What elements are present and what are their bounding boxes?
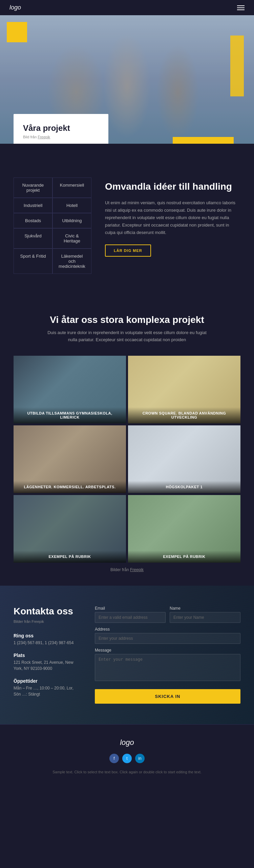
hero-credit-link[interactable]: Freepik: [38, 135, 50, 139]
name-field[interactable]: [170, 612, 240, 623]
form-row-message: Message: [95, 648, 240, 681]
form-row-address: Address: [95, 627, 240, 644]
form-group-email: Email: [95, 606, 166, 623]
contact-section: Kontakta oss Bilder från Freepik Ring os…: [0, 586, 254, 724]
header-logo: logo: [9, 4, 21, 11]
project-overlay-6: EXEMPEL PÅ RUBRIK: [128, 550, 240, 563]
contact-address: 121 Rock Sreet, 21 Avenue, New York, NY …: [14, 659, 81, 672]
name-label: Name: [170, 606, 240, 611]
hamburger-menu[interactable]: [237, 5, 245, 10]
contact-hours: Mån – Fre …, 10:00 – 20:00, Lor, Sön …: …: [14, 685, 81, 697]
project-title-5: EXEMPEL PÅ RUBRIK: [18, 555, 122, 559]
contact-left: Kontakta oss Bilder från Freepik Ring os…: [14, 606, 81, 704]
facebook-icon[interactable]: f: [109, 754, 119, 763]
project-card-6[interactable]: EXEMPEL PÅ RUBRIK: [128, 495, 240, 563]
project-overlay-5: EXEMPEL PÅ RUBRIK: [14, 550, 126, 563]
footer-note: Sample text. Click to select the text bo…: [14, 770, 240, 774]
services-content: Omvandla idéer till handling Ut enim ad …: [105, 178, 240, 274]
yellow-accent-top: [7, 22, 27, 42]
address-field[interactable]: [95, 633, 240, 644]
contact-heading: Kontakta oss: [14, 606, 81, 617]
service-item-sjukvard[interactable]: Sjukvård: [14, 228, 52, 249]
service-item-lakemedel[interactable]: Läkemedel och medicinteknik: [52, 249, 91, 274]
projects-section: Vi åtar oss stora komplexa projekt Duis …: [0, 294, 254, 586]
services-grid-container: Nuvarande projekt Kommersiell Industriel…: [14, 178, 91, 274]
form-row-email-name: Email Name: [95, 606, 240, 623]
project-card-1[interactable]: UTBILDA TILLSAMMANS GYMNASIESKOLA, LIMER…: [14, 356, 126, 423]
message-label: Message: [95, 648, 240, 653]
hero-card: Våra projekt Bild från Freepik LÄR DIG M…: [14, 114, 108, 144]
service-item-nuvarande[interactable]: Nuvarande projekt: [14, 178, 52, 198]
contact-hours-block: Öppettider Mån – Fre …, 10:00 – 20:00, L…: [14, 678, 81, 697]
services-heading: Omvandla idéer till handling: [105, 181, 240, 192]
project-overlay-2: CROWN SQUARE. BLANDAD ANVÄNDNING UTVECKL…: [128, 407, 240, 423]
service-item-utbildning[interactable]: Utbildning: [52, 213, 91, 228]
project-card-2[interactable]: CROWN SQUARE. BLANDAD ANVÄNDNING UTVECKL…: [128, 356, 240, 423]
project-title-6: EXEMPEL PÅ RUBRIK: [132, 555, 236, 559]
service-item-sport[interactable]: Sport & Fritid: [14, 249, 52, 274]
footer-logo: logo: [14, 738, 240, 747]
project-card-5[interactable]: EXEMPEL PÅ RUBRIK: [14, 495, 126, 563]
service-item-civic-heritage[interactable]: Civic & Heritage: [52, 228, 91, 249]
services-cta-button[interactable]: LÄR DIG MER: [105, 244, 151, 257]
project-title-1: UTBILDA TILLSAMMANS GYMNASIESKOLA, LIMER…: [18, 411, 122, 419]
footer: logo f t in Sample text. Click to select…: [0, 724, 254, 781]
address-label: Address: [95, 627, 240, 632]
project-title-4: HÖGSKOLPAKET 1: [132, 485, 236, 489]
email-label: Email: [95, 606, 166, 611]
project-overlay-1: UTBILDA TILLSAMMANS GYMNASIESKOLA, LIMER…: [14, 407, 126, 423]
project-card-3[interactable]: LÄGENHETER. KOMMERSIELL. ARBETSPLATS.: [14, 425, 126, 493]
social-icons: f t in: [14, 754, 240, 763]
hero-image-credit: Bild från Freepik: [23, 135, 98, 139]
contact-address-label: Plats: [14, 653, 81, 658]
hero-yellow-bottom: [173, 137, 234, 144]
services-description: Ut enim ad minim veniam, quis nostrud ex…: [105, 199, 240, 236]
hero-section: Våra projekt Bild från Freepik LÄR DIG M…: [0, 15, 254, 144]
project-title-2: CROWN SQUARE. BLANDAD ANVÄNDNING UTVECKL…: [132, 411, 236, 419]
projects-heading: Vi åtar oss stora komplexa projekt: [14, 314, 240, 325]
service-item-kommersiell[interactable]: Kommersiell: [52, 178, 91, 198]
contact-phone-label: Ring oss: [14, 633, 81, 638]
contact-address-block: Plats 121 Rock Sreet, 21 Avenue, New Yor…: [14, 653, 81, 672]
yellow-accent-right: [230, 36, 244, 96]
project-overlay-4: HÖGSKOLPAKET 1: [128, 481, 240, 493]
services-grid: Nuvarande projekt Kommersiell Industriel…: [14, 178, 91, 274]
twitter-icon[interactable]: t: [122, 754, 132, 763]
form-group-message: Message: [95, 648, 240, 681]
header: logo: [0, 0, 254, 15]
contact-phone-block: Ring oss 1 (234) 567-891, 1 (234) 987-65…: [14, 633, 81, 646]
projects-freepik-credit: Bilder från Freepik: [14, 567, 240, 572]
submit-button[interactable]: SKICKA IN: [95, 689, 240, 704]
email-field[interactable]: [95, 612, 166, 623]
contact-form: Email Name Address Message SKICKA IN: [95, 606, 240, 704]
form-group-name: Name: [170, 606, 240, 623]
contact-hours-label: Öppettider: [14, 678, 81, 684]
contact-img-credit: Bilder från Freepik: [14, 619, 81, 624]
services-section: Nuvarande projekt Kommersiell Industriel…: [0, 144, 254, 294]
contact-phone-numbers: 1 (234) 567-891, 1 (234) 987-654: [14, 640, 81, 646]
project-title-3: LÄGENHETER. KOMMERSIELL. ARBETSPLATS.: [18, 485, 122, 489]
project-card-4[interactable]: HÖGSKOLPAKET 1: [128, 425, 240, 493]
projects-credit-link[interactable]: Freepik: [130, 567, 144, 572]
project-overlay-3: LÄGENHETER. KOMMERSIELL. ARBETSPLATS.: [14, 481, 126, 493]
linkedin-icon[interactable]: in: [135, 754, 145, 763]
service-item-bostads[interactable]: Bostads: [14, 213, 52, 228]
message-field[interactable]: [95, 654, 240, 681]
projects-description: Duis aute irure dolor in reprehenderit i…: [42, 329, 212, 344]
service-item-industriell[interactable]: Industriell: [14, 198, 52, 213]
service-item-hotell[interactable]: Hotell: [52, 198, 91, 213]
projects-grid: UTBILDA TILLSAMMANS GYMNASIESKOLA, LIMER…: [14, 356, 240, 563]
form-group-address: Address: [95, 627, 240, 644]
hero-title: Våra projekt: [23, 123, 98, 133]
